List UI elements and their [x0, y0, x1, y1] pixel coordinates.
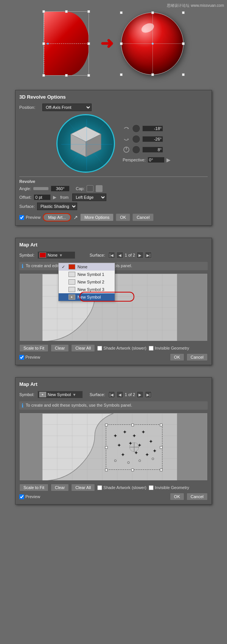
arrow-icon: ➜ [100, 36, 114, 51]
angle-label: Angle: [19, 186, 31, 191]
rotation-z-dial[interactable] [132, 146, 140, 154]
dropdown-symbol2-label: New Symbol 2 [78, 280, 104, 284]
clear-all-btn-2[interactable]: Clear All [71, 484, 95, 491]
invisible-checkbox-2[interactable] [149, 485, 154, 490]
preview-checkbox-map2[interactable] [19, 494, 24, 499]
cancel-btn-map1[interactable]: Cancel [187, 353, 208, 361]
scale-to-fit-btn-2[interactable]: Scale to Fit [19, 484, 48, 491]
svg-rect-72 [105, 446, 107, 449]
clear-btn-2[interactable]: Clear [51, 484, 69, 491]
surface-select[interactable]: Plastic Shading [37, 203, 77, 210]
map-art-title-2: Map Art [19, 381, 208, 387]
shade-checkbox-label-2[interactable]: Shade Artwork (slower) [97, 485, 146, 490]
invisible-checkbox-label-2[interactable]: Invisible Geometry [149, 485, 189, 490]
symbol2-icon [68, 279, 75, 285]
ok-btn-map1[interactable]: OK [170, 353, 184, 361]
dropdown-item-symbol1[interactable]: New Symbol 1 [59, 271, 115, 278]
symbol2-dropdown-arrow: ▼ [73, 393, 76, 397]
rotation-y-input[interactable] [142, 136, 163, 142]
svg-rect-67 [160, 424, 162, 426]
info-icon-2: ℹ [22, 403, 23, 408]
clear-all-btn-1[interactable]: Clear All [71, 344, 95, 352]
position-label: Position: [19, 105, 40, 110]
map-art-button[interactable]: Map Art... [43, 213, 71, 221]
symbol-dropdown-arrow: ▼ [59, 253, 63, 257]
surface-prev-btn-2[interactable]: ◀ [117, 391, 123, 398]
clear-btn-1[interactable]: Clear [51, 344, 69, 352]
svg-text:○: ○ [114, 457, 117, 463]
symbol1-icon [68, 272, 75, 277]
cap-btn-1[interactable] [87, 185, 93, 192]
map-art-header-2: Symbol: ✦ New Symbol ▼ Surface: |◀ ◀ 1 o… [19, 391, 208, 398]
surface-next-btn[interactable]: ▶ [137, 252, 143, 259]
ok-btn-map2[interactable]: OK [170, 493, 184, 500]
svg-rect-71 [132, 469, 134, 471]
surface-nav-2: |◀ ◀ 1 of 2 ▶ ▶| [108, 391, 152, 398]
cap-btn-2[interactable] [96, 185, 103, 192]
svg-rect-70 [132, 424, 134, 426]
invisible-checkbox-label-1[interactable]: Invisible Geometry [149, 346, 189, 351]
surface-prev-btn[interactable]: ◀ [117, 252, 123, 259]
angle-input[interactable] [51, 186, 70, 192]
surface-next-btn-2[interactable]: ▶ [137, 391, 143, 398]
symbol-dropdown-btn[interactable]: None ▼ [37, 251, 75, 259]
surface-last-btn[interactable]: ▶| [145, 252, 152, 259]
shade-checkbox-2[interactable] [97, 485, 102, 490]
svg-text:○: ○ [127, 459, 130, 465]
surface-label-1: Surface: [90, 253, 105, 257]
cube-preview [56, 114, 115, 173]
footer-right-2: OK Cancel [170, 493, 208, 500]
svg-text:✦: ✦ [113, 433, 118, 439]
svg-text:✦: ✦ [132, 433, 137, 439]
offset-input[interactable] [34, 194, 51, 200]
dropdown-item-symbol2[interactable]: New Symbol 2 [59, 278, 115, 286]
preview-checkbox-label-map2[interactable]: Preview [19, 494, 40, 499]
symbol-selector-1[interactable]: None ▼ ✓ None New Symbol 1 Ne [37, 251, 75, 259]
surface-first-btn-2[interactable]: |◀ [108, 391, 115, 398]
preview-checkbox[interactable] [19, 215, 24, 220]
invisible-checkbox-1[interactable] [149, 346, 154, 351]
cancel-btn-map2[interactable]: Cancel [187, 493, 208, 500]
dropdown-item-none[interactable]: ✓ None [59, 263, 115, 271]
shade-checkbox-1[interactable] [97, 346, 102, 351]
svg-text:✦: ✦ [123, 429, 127, 435]
map-art-footer-1: Preview OK Cancel [19, 353, 208, 361]
from-label: from [60, 195, 68, 200]
symbol-value: None [48, 253, 58, 257]
map-art-dialog-2: Map Art Symbol: ✦ New Symbol ▼ Surface: … [15, 377, 212, 505]
rotation-y-dial[interactable] [132, 135, 140, 143]
symbol2-preview-icon: ✦ [39, 392, 46, 397]
revolve-options-dialog: 3D Revolve Options Position: Off-Axis Fr… [15, 90, 212, 226]
surface-page: 1 of 2 [125, 253, 135, 257]
symbol-dropdown-btn-2[interactable]: ✦ New Symbol ▼ [37, 391, 83, 398]
rotation-z-input[interactable] [142, 147, 163, 153]
preview-checkbox-label[interactable]: Preview [19, 215, 40, 220]
none-icon [68, 264, 75, 269]
perspective-input[interactable] [148, 157, 165, 163]
angle-slider[interactable] [33, 187, 48, 190]
position-select[interactable]: Off-Axis Front [42, 104, 92, 111]
preview-checkbox-label-map1[interactable]: Preview [19, 355, 40, 360]
check-icon: ✓ [62, 265, 66, 269]
svg-text:✦: ✦ [134, 450, 138, 456]
shade-checkbox-label-1[interactable]: Shade Artwork (slower) [97, 346, 146, 351]
surface-first-btn[interactable]: |◀ [108, 252, 115, 259]
svg-rect-66 [105, 424, 107, 426]
symbol-label-1: Symbol: [19, 253, 34, 257]
dropdown-item-symbol3[interactable]: New Symbol 3 [59, 286, 115, 293]
invisible-label-2: Invisible Geometry [155, 485, 189, 490]
invisible-label-1: Invisible Geometry [155, 346, 189, 350]
preview-label-map2: Preview [25, 494, 40, 499]
cancel-button[interactable]: Cancel [132, 214, 154, 221]
dropdown-item-newsymbol[interactable]: ✦ New Symbol [59, 293, 115, 301]
ok-button[interactable]: OK [116, 214, 130, 221]
rotation-x-input[interactable] [142, 125, 163, 132]
from-select[interactable]: Left Edge [72, 194, 106, 201]
scale-to-fit-btn-1[interactable]: Scale to Fit [19, 344, 48, 352]
rotation-x-dial[interactable] [132, 124, 140, 133]
surface-last-btn-2[interactable]: ▶| [145, 391, 152, 398]
canvas-svg-2: ✦ ✦ ✦ ✦ ✦ ✦ ✦ ✦ ✦ ✦ ✦ ✦ ○ ○ ○ ○ [20, 413, 207, 481]
surface-nav-1: |◀ ◀ 1 of 2 ▶ ▶| [108, 252, 152, 259]
preview-checkbox-map1[interactable] [19, 355, 24, 360]
more-options-button[interactable]: More Options [80, 214, 114, 221]
